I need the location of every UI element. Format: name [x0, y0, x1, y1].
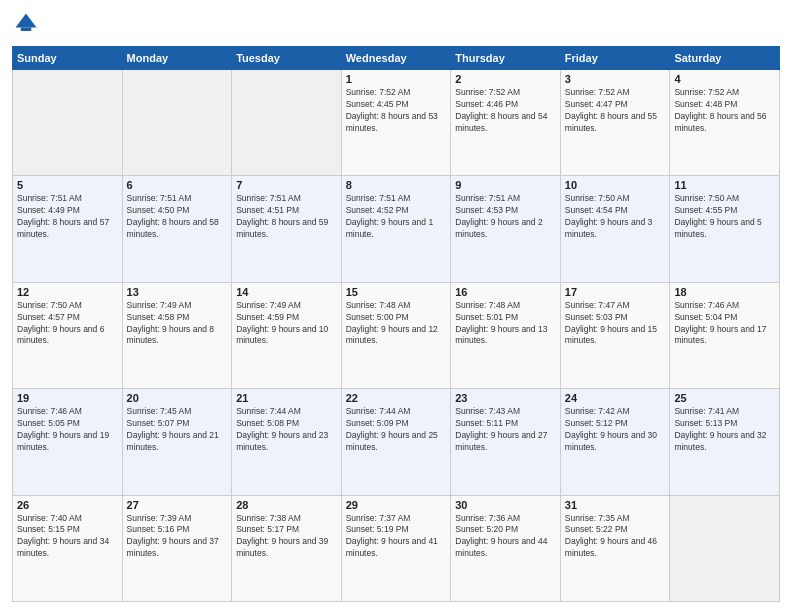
- day-number: 11: [674, 179, 775, 191]
- calendar-week-1: 1Sunrise: 7:52 AM Sunset: 4:45 PM Daylig…: [13, 70, 780, 176]
- weekday-header-saturday: Saturday: [670, 47, 780, 70]
- calendar-cell: 14Sunrise: 7:49 AM Sunset: 4:59 PM Dayli…: [232, 282, 342, 388]
- calendar-table: SundayMondayTuesdayWednesdayThursdayFrid…: [12, 46, 780, 602]
- calendar-cell: 25Sunrise: 7:41 AM Sunset: 5:13 PM Dayli…: [670, 389, 780, 495]
- calendar-cell: 23Sunrise: 7:43 AM Sunset: 5:11 PM Dayli…: [451, 389, 561, 495]
- calendar-week-2: 5Sunrise: 7:51 AM Sunset: 4:49 PM Daylig…: [13, 176, 780, 282]
- calendar-cell: 12Sunrise: 7:50 AM Sunset: 4:57 PM Dayli…: [13, 282, 123, 388]
- weekday-header-monday: Monday: [122, 47, 232, 70]
- calendar-cell: [670, 495, 780, 601]
- day-number: 14: [236, 286, 337, 298]
- calendar-cell: 26Sunrise: 7:40 AM Sunset: 5:15 PM Dayli…: [13, 495, 123, 601]
- day-number: 19: [17, 392, 118, 404]
- weekday-header-row: SundayMondayTuesdayWednesdayThursdayFrid…: [13, 47, 780, 70]
- day-number: 3: [565, 73, 666, 85]
- day-info: Sunrise: 7:44 AM Sunset: 5:09 PM Dayligh…: [346, 406, 447, 454]
- day-number: 31: [565, 499, 666, 511]
- day-info: Sunrise: 7:39 AM Sunset: 5:16 PM Dayligh…: [127, 513, 228, 561]
- day-info: Sunrise: 7:51 AM Sunset: 4:53 PM Dayligh…: [455, 193, 556, 241]
- calendar-cell: 30Sunrise: 7:36 AM Sunset: 5:20 PM Dayli…: [451, 495, 561, 601]
- svg-rect-1: [21, 28, 32, 32]
- calendar-cell: 28Sunrise: 7:38 AM Sunset: 5:17 PM Dayli…: [232, 495, 342, 601]
- calendar-cell: 27Sunrise: 7:39 AM Sunset: 5:16 PM Dayli…: [122, 495, 232, 601]
- day-number: 26: [17, 499, 118, 511]
- weekday-header-friday: Friday: [560, 47, 670, 70]
- day-info: Sunrise: 7:43 AM Sunset: 5:11 PM Dayligh…: [455, 406, 556, 454]
- day-number: 25: [674, 392, 775, 404]
- calendar-cell: 3Sunrise: 7:52 AM Sunset: 4:47 PM Daylig…: [560, 70, 670, 176]
- calendar-week-4: 19Sunrise: 7:46 AM Sunset: 5:05 PM Dayli…: [13, 389, 780, 495]
- day-info: Sunrise: 7:50 AM Sunset: 4:55 PM Dayligh…: [674, 193, 775, 241]
- calendar-cell: [13, 70, 123, 176]
- calendar-cell: 17Sunrise: 7:47 AM Sunset: 5:03 PM Dayli…: [560, 282, 670, 388]
- day-number: 21: [236, 392, 337, 404]
- day-info: Sunrise: 7:41 AM Sunset: 5:13 PM Dayligh…: [674, 406, 775, 454]
- day-info: Sunrise: 7:38 AM Sunset: 5:17 PM Dayligh…: [236, 513, 337, 561]
- calendar-week-5: 26Sunrise: 7:40 AM Sunset: 5:15 PM Dayli…: [13, 495, 780, 601]
- day-info: Sunrise: 7:51 AM Sunset: 4:51 PM Dayligh…: [236, 193, 337, 241]
- calendar-cell: 6Sunrise: 7:51 AM Sunset: 4:50 PM Daylig…: [122, 176, 232, 282]
- day-info: Sunrise: 7:52 AM Sunset: 4:47 PM Dayligh…: [565, 87, 666, 135]
- weekday-header-sunday: Sunday: [13, 47, 123, 70]
- day-number: 20: [127, 392, 228, 404]
- day-number: 17: [565, 286, 666, 298]
- calendar-cell: 24Sunrise: 7:42 AM Sunset: 5:12 PM Dayli…: [560, 389, 670, 495]
- calendar-cell: 8Sunrise: 7:51 AM Sunset: 4:52 PM Daylig…: [341, 176, 451, 282]
- day-number: 27: [127, 499, 228, 511]
- svg-marker-0: [16, 14, 37, 28]
- day-number: 16: [455, 286, 556, 298]
- calendar-cell: 19Sunrise: 7:46 AM Sunset: 5:05 PM Dayli…: [13, 389, 123, 495]
- calendar-cell: 7Sunrise: 7:51 AM Sunset: 4:51 PM Daylig…: [232, 176, 342, 282]
- day-info: Sunrise: 7:35 AM Sunset: 5:22 PM Dayligh…: [565, 513, 666, 561]
- calendar-week-3: 12Sunrise: 7:50 AM Sunset: 4:57 PM Dayli…: [13, 282, 780, 388]
- day-number: 10: [565, 179, 666, 191]
- day-number: 9: [455, 179, 556, 191]
- calendar-cell: 9Sunrise: 7:51 AM Sunset: 4:53 PM Daylig…: [451, 176, 561, 282]
- calendar-header: [12, 10, 780, 38]
- calendar-cell: 16Sunrise: 7:48 AM Sunset: 5:01 PM Dayli…: [451, 282, 561, 388]
- calendar-cell: 20Sunrise: 7:45 AM Sunset: 5:07 PM Dayli…: [122, 389, 232, 495]
- calendar-cell: 11Sunrise: 7:50 AM Sunset: 4:55 PM Dayli…: [670, 176, 780, 282]
- calendar-cell: 5Sunrise: 7:51 AM Sunset: 4:49 PM Daylig…: [13, 176, 123, 282]
- day-number: 7: [236, 179, 337, 191]
- weekday-header-wednesday: Wednesday: [341, 47, 451, 70]
- day-number: 13: [127, 286, 228, 298]
- day-info: Sunrise: 7:37 AM Sunset: 5:19 PM Dayligh…: [346, 513, 447, 561]
- day-info: Sunrise: 7:46 AM Sunset: 5:05 PM Dayligh…: [17, 406, 118, 454]
- logo-icon: [12, 10, 40, 38]
- calendar-cell: 29Sunrise: 7:37 AM Sunset: 5:19 PM Dayli…: [341, 495, 451, 601]
- logo: [12, 10, 44, 38]
- day-number: 24: [565, 392, 666, 404]
- calendar-cell: 13Sunrise: 7:49 AM Sunset: 4:58 PM Dayli…: [122, 282, 232, 388]
- calendar-cell: 15Sunrise: 7:48 AM Sunset: 5:00 PM Dayli…: [341, 282, 451, 388]
- day-number: 12: [17, 286, 118, 298]
- day-info: Sunrise: 7:45 AM Sunset: 5:07 PM Dayligh…: [127, 406, 228, 454]
- day-info: Sunrise: 7:52 AM Sunset: 4:46 PM Dayligh…: [455, 87, 556, 135]
- calendar-cell: [122, 70, 232, 176]
- day-number: 4: [674, 73, 775, 85]
- calendar-cell: 4Sunrise: 7:52 AM Sunset: 4:48 PM Daylig…: [670, 70, 780, 176]
- day-info: Sunrise: 7:50 AM Sunset: 4:57 PM Dayligh…: [17, 300, 118, 348]
- day-info: Sunrise: 7:42 AM Sunset: 5:12 PM Dayligh…: [565, 406, 666, 454]
- day-info: Sunrise: 7:44 AM Sunset: 5:08 PM Dayligh…: [236, 406, 337, 454]
- day-number: 30: [455, 499, 556, 511]
- calendar-cell: 10Sunrise: 7:50 AM Sunset: 4:54 PM Dayli…: [560, 176, 670, 282]
- calendar-cell: 21Sunrise: 7:44 AM Sunset: 5:08 PM Dayli…: [232, 389, 342, 495]
- day-info: Sunrise: 7:52 AM Sunset: 4:48 PM Dayligh…: [674, 87, 775, 135]
- day-info: Sunrise: 7:47 AM Sunset: 5:03 PM Dayligh…: [565, 300, 666, 348]
- day-info: Sunrise: 7:49 AM Sunset: 4:59 PM Dayligh…: [236, 300, 337, 348]
- weekday-header-tuesday: Tuesday: [232, 47, 342, 70]
- day-info: Sunrise: 7:36 AM Sunset: 5:20 PM Dayligh…: [455, 513, 556, 561]
- day-number: 8: [346, 179, 447, 191]
- day-number: 22: [346, 392, 447, 404]
- day-number: 2: [455, 73, 556, 85]
- day-info: Sunrise: 7:51 AM Sunset: 4:52 PM Dayligh…: [346, 193, 447, 241]
- day-info: Sunrise: 7:49 AM Sunset: 4:58 PM Dayligh…: [127, 300, 228, 348]
- day-number: 6: [127, 179, 228, 191]
- calendar-cell: 2Sunrise: 7:52 AM Sunset: 4:46 PM Daylig…: [451, 70, 561, 176]
- calendar-cell: [232, 70, 342, 176]
- day-info: Sunrise: 7:50 AM Sunset: 4:54 PM Dayligh…: [565, 193, 666, 241]
- day-info: Sunrise: 7:48 AM Sunset: 5:01 PM Dayligh…: [455, 300, 556, 348]
- day-info: Sunrise: 7:51 AM Sunset: 4:49 PM Dayligh…: [17, 193, 118, 241]
- calendar-cell: 1Sunrise: 7:52 AM Sunset: 4:45 PM Daylig…: [341, 70, 451, 176]
